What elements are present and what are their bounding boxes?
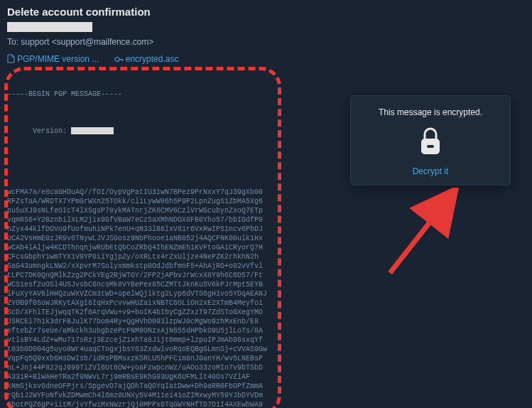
attachment-pgp-mime-label: PGP/MIME version ...	[17, 54, 99, 64]
pgp-line: pu5uXJ9sNLfeOIcT4lXSgsP78ykMATnrjZK6CMV6…	[7, 206, 270, 215]
sender-redacted	[7, 22, 92, 32]
attachment-encrypted-label: encrypted.asc	[126, 54, 179, 64]
pgp-line: rQb1J2WYFoNfvkZDMwmCh4l6mz0UNXy5V4M11ei4…	[7, 391, 270, 400]
pgp-line: t03b0D004g5uyo8Wr4uaqCTogxjbsY63ZxdwlvoR…	[7, 345, 270, 354]
lock-icon	[367, 126, 494, 159]
pgp-version-line: Version:	[7, 117, 270, 145]
pgp-line: SaG43umngkLNW2/xXpvrM7Solyxmmkstp8OdJdbf…	[7, 262, 270, 271]
pgp-message-block: -----BEGIN PGP MESSAGE----- Version: wcF…	[7, 71, 270, 408]
pgp-line: CFcsGbphY1wmTYX1V0YP0iiYgjpZy/oXRLtx4rZx…	[7, 252, 270, 262]
pgp-line: ScD/XFhlTEJjwqqTK2f0ArqVWu+v9+boIK4bIbyC…	[7, 308, 270, 317]
pgp-line: ZYOB9f0SoWJRKytAXgI6IqHxPcvvwHUZaixNBTC6…	[7, 299, 270, 308]
pgp-line: lFuXyYAV6lHHQzuWXVZCm3tWD+opelWQjlktg2Ly…	[7, 289, 270, 299]
annotation-red-arrow	[383, 188, 468, 280]
pgp-line: GbotPQZ6gP+iitM/jvYfwiMxNWzrjQj0MPPx0TqG…	[7, 400, 270, 408]
key-icon	[114, 55, 124, 65]
pgp-line: vqmRS6+Y2BznbilXLM2jix9GfVBaW7eCzSaXMhND…	[7, 215, 270, 225]
attachment-encrypted-asc[interactable]: encrypted.asc	[114, 54, 179, 64]
pgp-version-label: Version:	[33, 127, 71, 135]
pgp-line: VqpFq5Q9xxb6HsDwIsb/idRsPBMsxzKSRLU5hPFC…	[7, 354, 270, 363]
pgp-begin-line: -----BEGIN PGP MESSAGE-----	[7, 90, 270, 99]
to-email: <support@mailfence.com>	[52, 37, 154, 47]
encrypted-message-text: This message is encrypted.	[367, 107, 494, 117]
svg-rect-2	[427, 145, 434, 148]
pgp-line: vtlsBY4LdZ+wMu717sRzj3EzcejZ1xhTa8Jijt6m…	[7, 335, 270, 345]
pgp-version-redacted	[71, 127, 114, 134]
file-icon	[7, 54, 15, 65]
page-title: Delete account confirmation	[7, 6, 525, 18]
to-line: To: support <support@mailfence.com>	[7, 37, 525, 47]
pgp-line: nL+Jnj44P822qJ999TiZVl6Ut6OW+yoaFzwpcnWz…	[7, 363, 270, 372]
svg-point-0	[115, 58, 119, 62]
pgp-line: eftebZr7seUe/aMkckh3ubgbzePcFNM9ONzxAjN6…	[7, 326, 270, 335]
attachment-pgp-mime[interactable]: PGP/MIME version ...	[7, 54, 102, 64]
pgp-line: RFZsTaA/WRDTX7YPmGrWXn25TOkk/cliLywW86h5…	[7, 197, 270, 206]
pgp-line: wcFMA7a/e8caGHDuAQ//fOI/OypVgPatIU31wN7B…	[7, 188, 270, 197]
encrypted-tooltip: This message is encrypted. Decrypt it	[350, 95, 511, 186]
to-prefix: To:	[7, 37, 21, 47]
pgp-line: UCA2VsHmE0zJR9v6TNywLJVJSGosz9NbPhooe1aN…	[7, 234, 270, 243]
pgp-line: tLPC7DK0QnQMlkZzg2PCkYEg2RjWTOY/2FP2jAPb…	[7, 271, 270, 280]
svg-line-3	[390, 196, 450, 273]
pgp-line: kNmSjksv6dneOFPjrs/5pgevD7ajQDhTaQOYqIat…	[7, 382, 270, 391]
pgp-line: JSRCEl7h1k3drFBJulK77bom4Ry+QgHVhO093lzp…	[7, 317, 270, 326]
pgp-line: hZyx44klfDOVo9fUofmuhiNPk7enU+qN33lB6lxV…	[7, 225, 270, 234]
pgp-line: wCAb4lAljw4KCDThnqnjwRUbEtQbCoZRbQ4IhENZ…	[7, 243, 270, 252]
pgp-line: A331R+BlWAHeTRa2f0NWvL7rj9mRBsE9KhG93UgK…	[7, 372, 270, 382]
decrypt-button[interactable]: Decrypt it	[367, 166, 494, 176]
to-label: support	[21, 37, 49, 47]
pgp-line: WCS1esf2uOSl4USJvsbC6ncsMk8VYBePex85CZMT…	[7, 280, 270, 289]
